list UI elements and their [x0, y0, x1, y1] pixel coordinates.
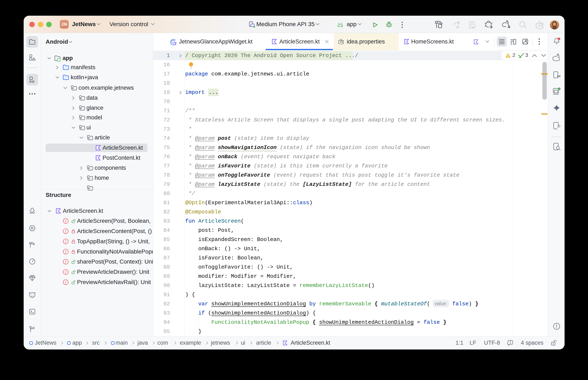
svg-text:A: A: [456, 25, 459, 29]
